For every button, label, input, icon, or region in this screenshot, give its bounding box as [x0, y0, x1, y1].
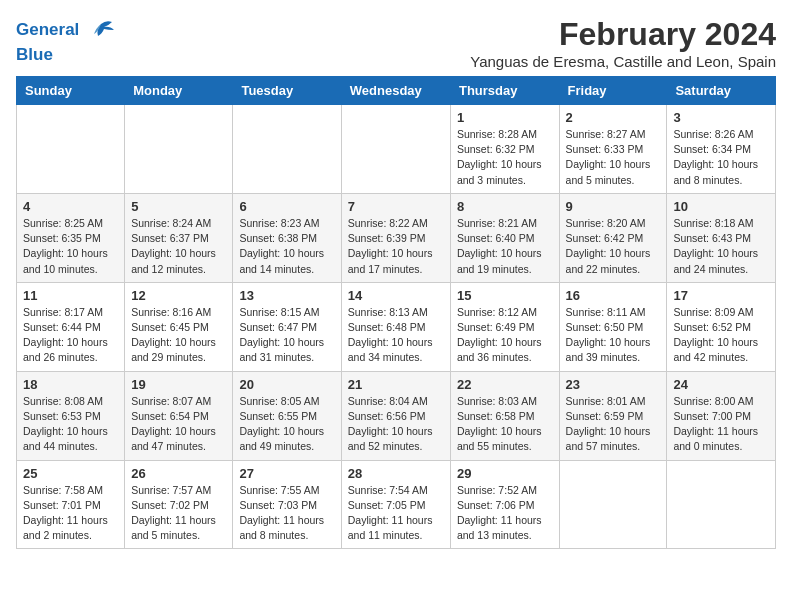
calendar-cell — [667, 460, 776, 549]
day-info: Sunrise: 8:27 AM Sunset: 6:33 PM Dayligh… — [566, 127, 661, 188]
calendar-cell: 1Sunrise: 8:28 AM Sunset: 6:32 PM Daylig… — [450, 105, 559, 194]
day-number: 22 — [457, 377, 553, 392]
day-info: Sunrise: 8:03 AM Sunset: 6:58 PM Dayligh… — [457, 394, 553, 455]
day-number: 6 — [239, 199, 334, 214]
calendar-header-friday: Friday — [559, 77, 667, 105]
calendar-cell: 8Sunrise: 8:21 AM Sunset: 6:40 PM Daylig… — [450, 193, 559, 282]
calendar-header-saturday: Saturday — [667, 77, 776, 105]
day-number: 23 — [566, 377, 661, 392]
calendar-cell — [559, 460, 667, 549]
calendar-cell — [125, 105, 233, 194]
calendar-cell: 6Sunrise: 8:23 AM Sunset: 6:38 PM Daylig… — [233, 193, 341, 282]
day-info: Sunrise: 8:08 AM Sunset: 6:53 PM Dayligh… — [23, 394, 118, 455]
calendar-cell — [341, 105, 450, 194]
day-info: Sunrise: 8:04 AM Sunset: 6:56 PM Dayligh… — [348, 394, 444, 455]
day-info: Sunrise: 8:09 AM Sunset: 6:52 PM Dayligh… — [673, 305, 769, 366]
calendar-cell: 16Sunrise: 8:11 AM Sunset: 6:50 PM Dayli… — [559, 282, 667, 371]
day-number: 4 — [23, 199, 118, 214]
calendar-header-monday: Monday — [125, 77, 233, 105]
day-info: Sunrise: 8:12 AM Sunset: 6:49 PM Dayligh… — [457, 305, 553, 366]
calendar-cell: 4Sunrise: 8:25 AM Sunset: 6:35 PM Daylig… — [17, 193, 125, 282]
day-info: Sunrise: 8:05 AM Sunset: 6:55 PM Dayligh… — [239, 394, 334, 455]
day-number: 16 — [566, 288, 661, 303]
day-info: Sunrise: 8:16 AM Sunset: 6:45 PM Dayligh… — [131, 305, 226, 366]
day-number: 10 — [673, 199, 769, 214]
calendar-cell: 5Sunrise: 8:24 AM Sunset: 6:37 PM Daylig… — [125, 193, 233, 282]
day-number: 14 — [348, 288, 444, 303]
calendar-cell: 29Sunrise: 7:52 AM Sunset: 7:06 PM Dayli… — [450, 460, 559, 549]
main-title: February 2024 — [470, 16, 776, 53]
day-info: Sunrise: 8:18 AM Sunset: 6:43 PM Dayligh… — [673, 216, 769, 277]
calendar-week-1: 1Sunrise: 8:28 AM Sunset: 6:32 PM Daylig… — [17, 105, 776, 194]
day-number: 21 — [348, 377, 444, 392]
calendar-header-sunday: Sunday — [17, 77, 125, 105]
calendar-week-4: 18Sunrise: 8:08 AM Sunset: 6:53 PM Dayli… — [17, 371, 776, 460]
day-number: 25 — [23, 466, 118, 481]
calendar-cell: 2Sunrise: 8:27 AM Sunset: 6:33 PM Daylig… — [559, 105, 667, 194]
subtitle: Yanguas de Eresma, Castille and Leon, Sp… — [470, 53, 776, 70]
day-number: 17 — [673, 288, 769, 303]
day-number: 28 — [348, 466, 444, 481]
day-info: Sunrise: 7:57 AM Sunset: 7:02 PM Dayligh… — [131, 483, 226, 544]
day-number: 20 — [239, 377, 334, 392]
day-info: Sunrise: 8:21 AM Sunset: 6:40 PM Dayligh… — [457, 216, 553, 277]
day-info: Sunrise: 8:17 AM Sunset: 6:44 PM Dayligh… — [23, 305, 118, 366]
calendar-week-3: 11Sunrise: 8:17 AM Sunset: 6:44 PM Dayli… — [17, 282, 776, 371]
calendar-cell: 21Sunrise: 8:04 AM Sunset: 6:56 PM Dayli… — [341, 371, 450, 460]
calendar-header-wednesday: Wednesday — [341, 77, 450, 105]
day-number: 7 — [348, 199, 444, 214]
day-number: 26 — [131, 466, 226, 481]
day-number: 2 — [566, 110, 661, 125]
day-info: Sunrise: 8:23 AM Sunset: 6:38 PM Dayligh… — [239, 216, 334, 277]
day-info: Sunrise: 8:28 AM Sunset: 6:32 PM Dayligh… — [457, 127, 553, 188]
calendar-cell: 25Sunrise: 7:58 AM Sunset: 7:01 PM Dayli… — [17, 460, 125, 549]
calendar-header-row: SundayMondayTuesdayWednesdayThursdayFrid… — [17, 77, 776, 105]
title-area: February 2024 Yanguas de Eresma, Castill… — [470, 16, 776, 70]
day-number: 24 — [673, 377, 769, 392]
day-info: Sunrise: 7:55 AM Sunset: 7:03 PM Dayligh… — [239, 483, 334, 544]
day-info: Sunrise: 8:15 AM Sunset: 6:47 PM Dayligh… — [239, 305, 334, 366]
calendar-cell: 23Sunrise: 8:01 AM Sunset: 6:59 PM Dayli… — [559, 371, 667, 460]
calendar-table: SundayMondayTuesdayWednesdayThursdayFrid… — [16, 76, 776, 549]
day-number: 11 — [23, 288, 118, 303]
day-number: 5 — [131, 199, 226, 214]
calendar-header-thursday: Thursday — [450, 77, 559, 105]
calendar-cell: 17Sunrise: 8:09 AM Sunset: 6:52 PM Dayli… — [667, 282, 776, 371]
logo-bird-icon — [86, 16, 116, 46]
calendar-week-2: 4Sunrise: 8:25 AM Sunset: 6:35 PM Daylig… — [17, 193, 776, 282]
day-number: 13 — [239, 288, 334, 303]
day-info: Sunrise: 7:54 AM Sunset: 7:05 PM Dayligh… — [348, 483, 444, 544]
calendar-cell: 15Sunrise: 8:12 AM Sunset: 6:49 PM Dayli… — [450, 282, 559, 371]
calendar-cell: 22Sunrise: 8:03 AM Sunset: 6:58 PM Dayli… — [450, 371, 559, 460]
logo-blue: Blue — [16, 46, 116, 65]
calendar-cell — [17, 105, 125, 194]
calendar-header-tuesday: Tuesday — [233, 77, 341, 105]
calendar-cell: 13Sunrise: 8:15 AM Sunset: 6:47 PM Dayli… — [233, 282, 341, 371]
calendar-cell: 7Sunrise: 8:22 AM Sunset: 6:39 PM Daylig… — [341, 193, 450, 282]
day-info: Sunrise: 8:13 AM Sunset: 6:48 PM Dayligh… — [348, 305, 444, 366]
calendar-cell: 20Sunrise: 8:05 AM Sunset: 6:55 PM Dayli… — [233, 371, 341, 460]
day-info: Sunrise: 8:25 AM Sunset: 6:35 PM Dayligh… — [23, 216, 118, 277]
day-info: Sunrise: 8:20 AM Sunset: 6:42 PM Dayligh… — [566, 216, 661, 277]
day-info: Sunrise: 8:26 AM Sunset: 6:34 PM Dayligh… — [673, 127, 769, 188]
calendar-cell: 14Sunrise: 8:13 AM Sunset: 6:48 PM Dayli… — [341, 282, 450, 371]
day-number: 19 — [131, 377, 226, 392]
day-info: Sunrise: 7:58 AM Sunset: 7:01 PM Dayligh… — [23, 483, 118, 544]
day-number: 12 — [131, 288, 226, 303]
logo-general: General — [16, 20, 79, 39]
logo: General Blue — [16, 16, 116, 65]
calendar-body: 1Sunrise: 8:28 AM Sunset: 6:32 PM Daylig… — [17, 105, 776, 549]
calendar-cell: 10Sunrise: 8:18 AM Sunset: 6:43 PM Dayli… — [667, 193, 776, 282]
day-number: 3 — [673, 110, 769, 125]
day-number: 27 — [239, 466, 334, 481]
calendar-cell: 9Sunrise: 8:20 AM Sunset: 6:42 PM Daylig… — [559, 193, 667, 282]
calendar-cell: 3Sunrise: 8:26 AM Sunset: 6:34 PM Daylig… — [667, 105, 776, 194]
day-info: Sunrise: 8:24 AM Sunset: 6:37 PM Dayligh… — [131, 216, 226, 277]
calendar-cell: 26Sunrise: 7:57 AM Sunset: 7:02 PM Dayli… — [125, 460, 233, 549]
day-info: Sunrise: 8:07 AM Sunset: 6:54 PM Dayligh… — [131, 394, 226, 455]
day-number: 8 — [457, 199, 553, 214]
day-number: 29 — [457, 466, 553, 481]
day-number: 18 — [23, 377, 118, 392]
day-info: Sunrise: 8:22 AM Sunset: 6:39 PM Dayligh… — [348, 216, 444, 277]
calendar-cell: 19Sunrise: 8:07 AM Sunset: 6:54 PM Dayli… — [125, 371, 233, 460]
